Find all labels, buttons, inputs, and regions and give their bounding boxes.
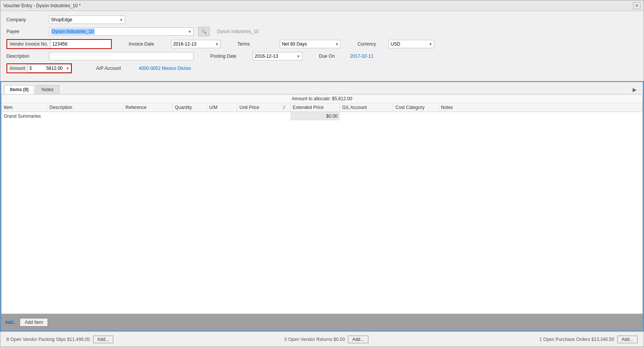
company-dropdown-arrow: ▼ [119, 18, 123, 22]
posting-date-arrow: ▼ [297, 54, 300, 58]
amount-value: 5812.00 [34, 66, 64, 71]
payee-row: Payee Dyson Industries_10 ▼ 🔍 Dyson Indu… [6, 27, 638, 36]
tab-notes[interactable]: Notes [36, 85, 59, 94]
company-value: ShopEdge [51, 17, 72, 22]
company-row: Company ShopEdge ▼ [6, 16, 638, 24]
col-gl-account: G/L Account [340, 103, 393, 112]
vendor-returns-text: 0 Open Vendor Returns $0.00 [284, 337, 345, 342]
due-on-value: 2017-02-11 [350, 54, 373, 59]
currency-value: USD [390, 41, 400, 47]
amount-input-container: $ 5812.00 ▼ [27, 64, 71, 73]
grand-gl [340, 112, 393, 120]
col-description: Description [47, 103, 123, 112]
invoice-date-label: Invoice Date [128, 41, 167, 47]
purchase-orders-text: 1 Open Purchase Orders $13,346.50 [539, 337, 614, 342]
amount-bordered: Amount $ 5812.00 ▼ [6, 63, 72, 73]
col-um: U/M [207, 103, 237, 112]
purchase-orders-section: 1 Open Purchase Orders $13,346.50 Add... [539, 336, 638, 343]
terms-arrow: ▼ [335, 42, 339, 46]
ap-account-label: A/P Account [96, 66, 134, 71]
payee-label: Payee [6, 29, 44, 34]
grand-cost [393, 112, 439, 120]
ap-account-value[interactable]: 4000-0052 Mexico Divisio [139, 66, 191, 71]
terms-value: Net 60 Days [282, 41, 307, 47]
company-label: Company [6, 17, 44, 22]
description-input[interactable] [49, 52, 194, 60]
currency-arrow: ▼ [429, 42, 433, 46]
vendor-invoice-row: Vendor Invoice No. Invoice Date 2016-12-… [6, 39, 638, 49]
dollar-sign: $ [28, 66, 34, 71]
grand-summaries-label: Grand Summaries [2, 112, 290, 120]
posting-date-select[interactable]: 2016-12-13 ▼ [253, 52, 302, 60]
grid-header: Item Description Reference Quantity U/M … [2, 103, 642, 112]
title-bar: Voucher Entry - Dyson Industries_10 * × [0, 0, 644, 11]
vendor-returns-section: 0 Open Vendor Returns $0.00 Add... [284, 336, 368, 343]
due-on-label: Due On [319, 54, 346, 59]
currency-label: Currency [357, 41, 384, 47]
vendor-invoice-input[interactable] [50, 40, 111, 48]
grand-amount: $0.00 [290, 112, 340, 120]
main-window: Voucher Entry - Dyson Industries_10 * × … [0, 0, 644, 347]
col-quantity: Quantity [173, 103, 207, 112]
terms-label: Terms [237, 41, 275, 47]
grid-area: Amount to allocate: $5,812.00 Item Descr… [1, 94, 643, 314]
invoice-date-value: 2016-12-13 [173, 41, 196, 47]
col-cost-category: Cost Category [393, 103, 439, 112]
amount-label: Amount [7, 65, 27, 72]
col-item: Item [2, 103, 47, 112]
tabs-grid-container: Items (0) Notes ▶ Amount to allocate: $5… [0, 81, 644, 331]
grand-notes [439, 112, 642, 120]
col-reference: Reference [123, 103, 173, 112]
amount-dropdown-arrow[interactable]: ▼ [64, 66, 71, 71]
invoice-date-arrow: ▼ [215, 42, 219, 46]
vendor-invoice-bordered: Vendor Invoice No. [6, 39, 112, 49]
vendor-returns-add-button[interactable]: Add... [348, 336, 368, 343]
allocate-text: Amount to allocate: $5,812.00 [292, 96, 352, 101]
form-area: Company ShopEdge ▼ Payee Dyson Industrie… [0, 11, 644, 81]
col-extended-price: Extended Price [290, 103, 340, 112]
main-content-area: Items (0) Notes ▶ Amount to allocate: $5… [0, 81, 644, 331]
payee-value: Dyson Industries_10 [51, 28, 95, 35]
window-title: Voucher Entry - Dyson Industries_10 * [3, 3, 81, 8]
col-slash: / [283, 103, 290, 112]
packing-slips-add-button[interactable]: Add... [93, 336, 113, 343]
binoculars-icon: 🔍 [201, 29, 207, 34]
add-item-button[interactable]: Add Item [20, 318, 48, 326]
vendor-invoice-label: Vendor Invoice No. [7, 41, 50, 47]
col-notes: Notes [439, 103, 642, 112]
payee-display-name: Dyson Industries_10 [217, 29, 259, 34]
description-row: Description Posting Date 2016-12-13 ▼ Du… [6, 52, 638, 60]
company-select[interactable]: ShopEdge ▼ [49, 16, 125, 24]
payee-select[interactable]: Dyson Industries_10 ▼ [49, 27, 194, 36]
tab-row: Items (0) Notes ▶ [1, 82, 643, 94]
payee-dropdown-arrow: ▼ [188, 30, 192, 34]
invoice-date-select[interactable]: 2016-12-13 ▼ [171, 40, 220, 48]
payee-search-button[interactable]: 🔍 [198, 27, 209, 36]
allocate-bar: Amount to allocate: $5,812.00 [2, 95, 642, 103]
col-unit-price: Unit Price [237, 103, 283, 112]
grid-body: Grand Summaries $0.00 [2, 112, 642, 314]
footer-bar: 8 Open Vendor Packing Slips $11,498.05 A… [0, 331, 644, 347]
tab-scroll-right-icon[interactable]: ▶ [630, 85, 640, 94]
terms-select[interactable]: Net 60 Days ▼ [280, 40, 341, 48]
posting-date-value: 2016-12-13 [255, 54, 278, 59]
bottom-toolbar: Add... Add Item [1, 314, 643, 331]
posting-date-label: Posting Date [210, 54, 248, 59]
grand-summaries-row: Grand Summaries $0.00 [2, 112, 642, 120]
packing-slips-text: 8 Open Vendor Packing Slips $11,498.05 [6, 337, 90, 342]
purchase-orders-add-button[interactable]: Add... [617, 336, 638, 343]
tab-list: Items (0) Notes [4, 85, 60, 94]
amount-row: Amount $ 5812.00 ▼ A/P Account 4000-0052… [6, 63, 638, 73]
tab-items[interactable]: Items (0) [4, 85, 34, 94]
packing-slips-section: 8 Open Vendor Packing Slips $11,498.05 A… [6, 336, 113, 343]
add-link-button[interactable]: Add... [5, 320, 17, 325]
currency-select[interactable]: USD ▼ [389, 40, 434, 48]
close-button[interactable]: × [633, 2, 641, 9]
description-label: Description [6, 54, 44, 59]
